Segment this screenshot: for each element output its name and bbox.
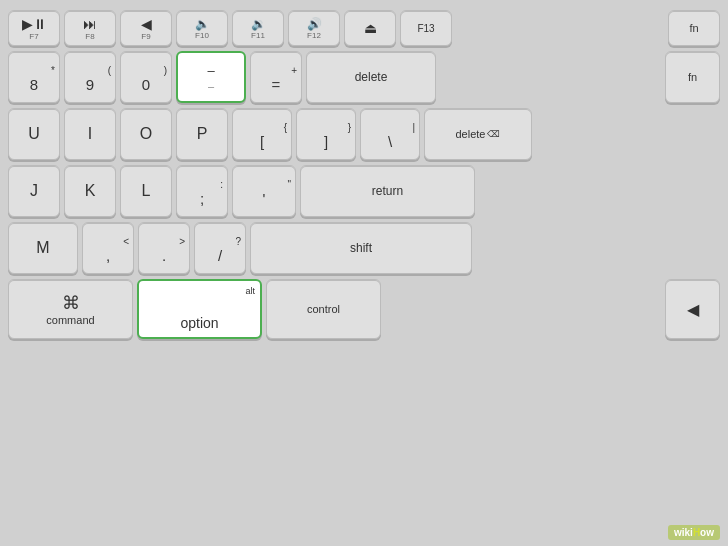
key-option-top: alt bbox=[245, 281, 260, 296]
key-backslash-top: | bbox=[412, 119, 419, 133]
key-comma-main: , bbox=[106, 247, 110, 264]
key-eject-icon: ⏏ bbox=[364, 20, 377, 36]
key-p[interactable]: P bbox=[176, 108, 228, 160]
key-semicolon[interactable]: : ; bbox=[176, 165, 228, 217]
number-row: * 8 ( 9 ) 0 – – + = delete fn bbox=[8, 51, 720, 103]
key-l[interactable]: L bbox=[120, 165, 172, 217]
wikihow-badge: wikiHow bbox=[668, 525, 720, 540]
key-k[interactable]: K bbox=[64, 165, 116, 217]
key-f10[interactable]: 🔈 F10 bbox=[176, 10, 228, 46]
key-equals-main: = bbox=[272, 76, 281, 93]
modifier-row: ⌘ command alt option control ◀ bbox=[8, 279, 720, 339]
key-m[interactable]: M bbox=[8, 222, 78, 274]
keyboard-container: ▶⏸ F7 ⏭ F8 ◀ F9 🔈 F10 🔉 F11 🔊 F12 ⏏ F13 bbox=[0, 0, 728, 546]
key-rbracket[interactable]: } ] bbox=[296, 108, 356, 160]
key-rbracket-main: ] bbox=[324, 133, 328, 150]
key-slash-main: / bbox=[218, 247, 222, 264]
key-j[interactable]: J bbox=[8, 165, 60, 217]
key-slash[interactable]: ? / bbox=[194, 222, 246, 274]
key-f9-icon: ◀ bbox=[141, 16, 152, 32]
key-delete[interactable]: delete bbox=[306, 51, 436, 103]
key-p-label: P bbox=[197, 125, 208, 143]
key-lbracket-top: { bbox=[284, 119, 291, 133]
key-f7-icon: ▶⏸ bbox=[22, 16, 47, 32]
key-backslash-main: \ bbox=[388, 133, 392, 150]
key-left-arrow[interactable]: ◀ bbox=[665, 279, 720, 339]
key-o-label: O bbox=[140, 125, 152, 143]
key-fn-top[interactable]: fn bbox=[668, 10, 720, 46]
key-f11[interactable]: 🔉 F11 bbox=[232, 10, 284, 46]
key-backslash[interactable]: | \ bbox=[360, 108, 420, 160]
key-i-label: I bbox=[88, 125, 92, 143]
key-return-label: return bbox=[372, 184, 403, 198]
key-minus-main: – bbox=[208, 80, 214, 92]
key-f13[interactable]: F13 bbox=[400, 10, 452, 46]
key-equals-top: + bbox=[291, 62, 301, 76]
key-8-top: * bbox=[51, 62, 59, 76]
key-fn-right[interactable]: fn bbox=[665, 51, 720, 103]
key-0-main: 0 bbox=[142, 76, 150, 93]
key-f12-label: F12 bbox=[307, 31, 321, 40]
key-semicolon-main: ; bbox=[200, 190, 204, 207]
key-8-main: 8 bbox=[30, 76, 38, 93]
key-quote[interactable]: " ' bbox=[232, 165, 296, 217]
jkl-row: J K L : ; " ' return bbox=[8, 165, 720, 217]
key-rbracket-top: } bbox=[348, 119, 355, 133]
key-comma[interactable]: < , bbox=[82, 222, 134, 274]
key-command[interactable]: ⌘ command bbox=[8, 279, 133, 339]
key-f13-label: F13 bbox=[417, 23, 434, 34]
key-m-label: M bbox=[36, 239, 49, 257]
key-o[interactable]: O bbox=[120, 108, 172, 160]
key-9-top: ( bbox=[108, 62, 115, 76]
key-left-arrow-icon: ◀ bbox=[687, 300, 699, 319]
key-lbracket[interactable]: { [ bbox=[232, 108, 292, 160]
key-f9-label: F9 bbox=[141, 32, 150, 41]
key-forward-delete[interactable]: delete ⌫ bbox=[424, 108, 532, 160]
key-forward-delete-icon: ⌫ bbox=[487, 129, 500, 139]
key-control[interactable]: control bbox=[266, 279, 381, 339]
function-key-row: ▶⏸ F7 ⏭ F8 ◀ F9 🔈 F10 🔉 F11 🔊 F12 ⏏ F13 bbox=[8, 10, 720, 46]
key-f8[interactable]: ⏭ F8 bbox=[64, 10, 116, 46]
uiop-row: U I O P { [ } ] | \ delete ⌫ bbox=[8, 108, 720, 160]
wikihow-ow: ow bbox=[700, 527, 714, 538]
key-f7[interactable]: ▶⏸ F7 bbox=[8, 10, 60, 46]
key-f10-icon: 🔈 bbox=[195, 17, 210, 31]
key-forward-delete-label: delete bbox=[456, 128, 486, 140]
key-semicolon-top: : bbox=[220, 176, 227, 190]
key-i[interactable]: I bbox=[64, 108, 116, 160]
key-u[interactable]: U bbox=[8, 108, 60, 160]
key-f8-label: F8 bbox=[85, 32, 94, 41]
key-9[interactable]: ( 9 bbox=[64, 51, 116, 103]
key-control-label: control bbox=[307, 303, 340, 315]
key-u-label: U bbox=[28, 125, 40, 143]
key-eject[interactable]: ⏏ bbox=[344, 10, 396, 46]
key-8[interactable]: * 8 bbox=[8, 51, 60, 103]
key-period-main: . bbox=[162, 247, 166, 264]
key-return[interactable]: return bbox=[300, 165, 475, 217]
key-period-top: > bbox=[179, 233, 189, 247]
key-quote-top: " bbox=[287, 176, 295, 190]
key-slash-top: ? bbox=[235, 233, 245, 247]
key-f12[interactable]: 🔊 F12 bbox=[288, 10, 340, 46]
key-0-top: ) bbox=[164, 62, 171, 76]
key-f10-label: F10 bbox=[195, 31, 209, 40]
m-row: M < , > . ? / shift bbox=[8, 222, 720, 274]
key-minus-top: – bbox=[207, 63, 214, 78]
key-option-label: option bbox=[180, 315, 218, 331]
key-0[interactable]: ) 0 bbox=[120, 51, 172, 103]
key-minus[interactable]: – – bbox=[176, 51, 246, 103]
key-9-main: 9 bbox=[86, 76, 94, 93]
key-shift-right[interactable]: shift bbox=[250, 222, 472, 274]
key-f7-label: F7 bbox=[29, 32, 38, 41]
key-option[interactable]: alt option bbox=[137, 279, 262, 339]
key-j-label: J bbox=[30, 182, 38, 200]
key-fn-right-label: fn bbox=[688, 71, 697, 83]
key-f8-icon: ⏭ bbox=[83, 16, 97, 32]
key-period[interactable]: > . bbox=[138, 222, 190, 274]
key-lbracket-main: [ bbox=[260, 133, 264, 150]
key-f9[interactable]: ◀ F9 bbox=[120, 10, 172, 46]
key-f12-icon: 🔊 bbox=[307, 17, 322, 31]
key-equals[interactable]: + = bbox=[250, 51, 302, 103]
key-l-label: L bbox=[142, 182, 151, 200]
key-comma-top: < bbox=[123, 233, 133, 247]
